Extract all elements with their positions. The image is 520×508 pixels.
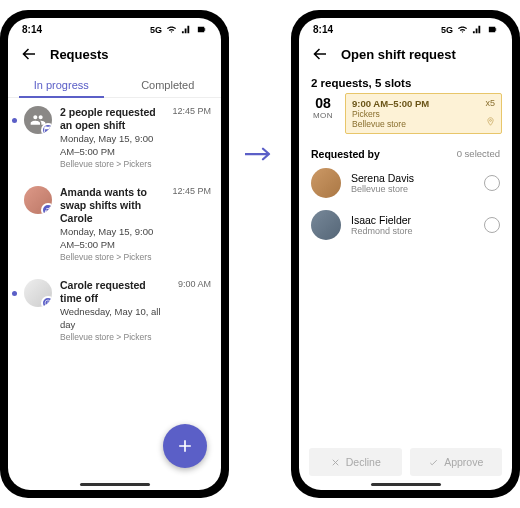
shift-time: 9:00 AM–5:00 PM <box>352 98 495 109</box>
request-item[interactable]: Amanda wants to swap shifts with Carole … <box>8 178 221 271</box>
status-bar: 8:14 5G <box>299 18 512 37</box>
back-button[interactable] <box>311 45 329 63</box>
phone-right: 8:14 5G Open shift request 2 requests, 5… <box>291 10 520 498</box>
svg-rect-3 <box>489 27 495 33</box>
check-icon <box>428 457 439 468</box>
location-pin-icon <box>486 112 495 130</box>
flow-arrow-icon <box>245 144 275 164</box>
battery-icon <box>487 24 498 35</box>
avatar-group <box>24 106 52 134</box>
request-item[interactable]: Carole requested time off Wednesday, May… <box>8 271 221 351</box>
date-number: 08 <box>309 95 337 111</box>
requester-row[interactable]: Isaac Fielder Redmond store <box>299 204 512 246</box>
request-time: 12:45 PM <box>168 186 211 196</box>
requester-name: Isaac Fielder <box>351 214 474 226</box>
request-title: Carole requested time off <box>60 279 166 305</box>
back-button[interactable] <box>20 45 38 63</box>
network-label: 5G <box>150 25 162 35</box>
selected-count: 0 selected <box>457 148 500 160</box>
header: Requests <box>8 37 221 71</box>
requested-by-header: Requested by 0 selected <box>299 142 512 162</box>
avatar <box>24 186 52 214</box>
page-title: Open shift request <box>341 47 456 62</box>
swap-badge-icon <box>41 203 52 214</box>
tab-completed[interactable]: Completed <box>115 71 222 97</box>
request-subtitle: Monday, May 15, 9:00 AM–5:00 PM <box>60 133 160 158</box>
request-time: 12:45 PM <box>168 106 211 116</box>
requester-store: Redmond store <box>351 226 474 236</box>
request-meta: Bellevue store > Pickers <box>60 252 160 263</box>
signal-icon <box>181 24 192 35</box>
status-right: 5G <box>441 24 498 35</box>
request-subtitle: Wednesday, May 10, all day <box>60 306 166 331</box>
header: Open shift request <box>299 37 512 71</box>
clock: 8:14 <box>22 24 42 35</box>
approve-button[interactable]: Approve <box>410 448 503 476</box>
request-item[interactable]: 2 people requested an open shift Monday,… <box>8 98 221 178</box>
shift-box: 9:00 AM–5:00 PM Pickers Bellevue store x… <box>345 93 502 134</box>
calendar-badge-icon <box>41 123 52 134</box>
select-radio[interactable] <box>484 217 500 233</box>
wifi-icon <box>457 24 468 35</box>
status-right: 5G <box>150 24 207 35</box>
request-subtitle: Monday, May 15, 9:00 AM–5:00 PM <box>60 226 160 251</box>
fab-new-request[interactable] <box>163 424 207 468</box>
requester-body: Serena Davis Bellevue store <box>351 172 474 194</box>
tabs: In progress Completed <box>8 71 221 98</box>
request-meta: Bellevue store > Pickers <box>60 159 160 170</box>
avatar <box>311 168 341 198</box>
request-title: Amanda wants to swap shifts with Carole <box>60 186 160 225</box>
wifi-icon <box>166 24 177 35</box>
home-indicator <box>371 483 441 486</box>
svg-rect-0 <box>198 27 204 33</box>
battery-icon <box>196 24 207 35</box>
avatar <box>24 279 52 307</box>
home-indicator <box>80 483 150 486</box>
request-body: Carole requested time off Wednesday, May… <box>60 279 166 343</box>
summary-line: 2 requests, 5 slots <box>299 71 512 93</box>
svg-point-5 <box>490 119 492 121</box>
svg-point-2 <box>45 300 51 306</box>
tab-in-progress[interactable]: In progress <box>8 71 115 97</box>
requester-store: Bellevue store <box>351 184 474 194</box>
clock: 8:14 <box>313 24 333 35</box>
date-column: 08 MON <box>309 93 337 134</box>
decline-button[interactable]: Decline <box>309 448 402 476</box>
status-bar: 8:14 5G <box>8 18 221 37</box>
date-day: MON <box>309 111 337 120</box>
screen-left: 8:14 5G Requests In progress Completed <box>8 18 221 490</box>
requester-body: Isaac Fielder Redmond store <box>351 214 474 236</box>
unread-dot <box>12 118 17 123</box>
requester-row[interactable]: Serena Davis Bellevue store <box>299 162 512 204</box>
shift-slot-count: x5 <box>485 98 495 108</box>
phone-left: 8:14 5G Requests In progress Completed <box>0 10 229 498</box>
request-meta: Bellevue store > Pickers <box>60 332 166 343</box>
timeoff-badge-icon <box>41 296 52 307</box>
network-label: 5G <box>441 25 453 35</box>
request-time: 9:00 AM <box>174 279 211 289</box>
avatar <box>311 210 341 240</box>
svg-rect-4 <box>495 28 496 31</box>
page-title: Requests <box>50 47 109 62</box>
shift-store: Bellevue store <box>352 119 495 129</box>
request-body: 2 people requested an open shift Monday,… <box>60 106 160 170</box>
svg-rect-1 <box>204 28 205 31</box>
unread-dot <box>12 291 17 296</box>
signal-icon <box>472 24 483 35</box>
approve-label: Approve <box>444 456 483 468</box>
decline-label: Decline <box>346 456 381 468</box>
screen-right: 8:14 5G Open shift request 2 requests, 5… <box>299 18 512 490</box>
select-radio[interactable] <box>484 175 500 191</box>
requested-by-label: Requested by <box>311 148 380 160</box>
close-icon <box>330 457 341 468</box>
shift-team: Pickers <box>352 109 495 119</box>
shift-card[interactable]: 08 MON 9:00 AM–5:00 PM Pickers Bellevue … <box>309 93 502 134</box>
requester-name: Serena Davis <box>351 172 474 184</box>
request-title: 2 people requested an open shift <box>60 106 160 132</box>
request-body: Amanda wants to swap shifts with Carole … <box>60 186 160 263</box>
